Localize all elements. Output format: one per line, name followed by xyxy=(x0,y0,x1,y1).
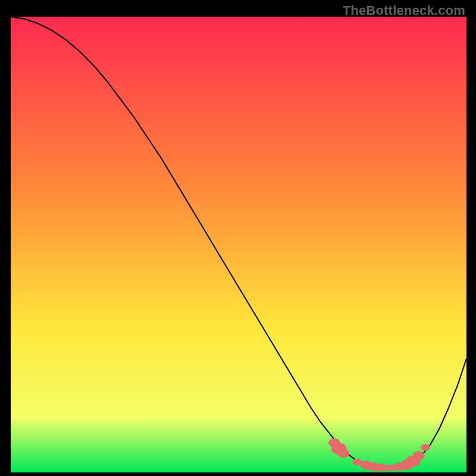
marker-dot xyxy=(413,451,425,460)
marker-dot xyxy=(353,459,362,465)
chart-plot xyxy=(11,17,466,472)
outer-frame: TheBottleneck.com xyxy=(0,0,476,476)
marker-dot xyxy=(337,449,349,458)
marker-dot xyxy=(421,444,430,450)
gradient-background xyxy=(11,17,466,472)
chart-svg xyxy=(11,17,466,472)
